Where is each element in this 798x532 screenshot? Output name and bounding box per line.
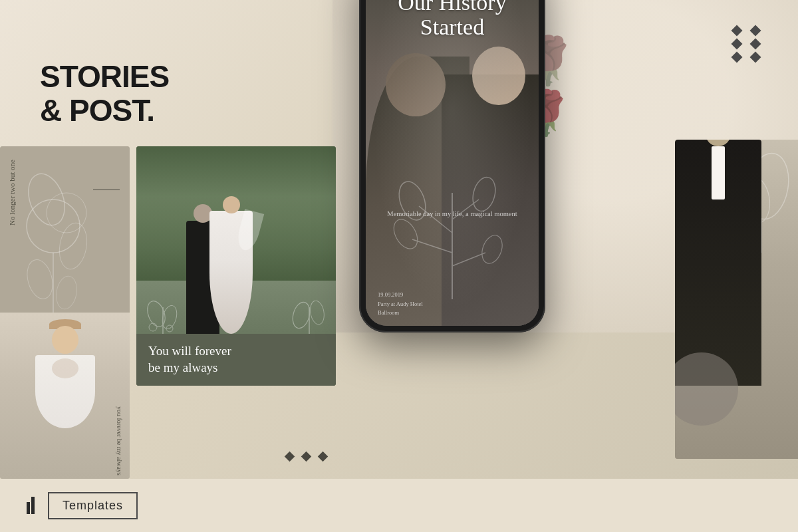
card-1-text-2: you forever be my always: [114, 406, 124, 475]
diamond-1: [732, 25, 743, 37]
diamond-3: [732, 39, 743, 50]
card-4-bg: [675, 140, 798, 459]
phone-body: Our HistoryStarted Memoriable day in my …: [359, 0, 545, 332]
diamond-mid-2: [301, 452, 312, 462]
diamond-5: [732, 52, 743, 63]
card-2: You will foreverbe my always: [136, 146, 336, 386]
card-1-bride-photo: you forever be my always: [0, 313, 130, 479]
svg-point-1: [47, 193, 86, 233]
diamond-6: [750, 52, 761, 63]
card-2-caption-text: You will foreverbe my always: [148, 343, 231, 376]
phone-subtitle: Memoriable day in my life, a magical mom…: [366, 209, 539, 219]
phone-title: Our HistoryStarted: [366, 0, 539, 40]
phone-mockup: Our HistoryStarted Memoriable day in my …: [359, 0, 545, 332]
svg-point-22: [389, 215, 422, 253]
phone-date: 19.09.2019 Party at Audy HotelBallroom: [378, 291, 423, 318]
logo-bar-short: [27, 502, 30, 514]
diamond-4: [750, 39, 761, 50]
diamonds-top-right: [733, 27, 765, 61]
card-1-line: [93, 190, 120, 190]
svg-point-0: [27, 200, 80, 253]
diamond-mid-3: [318, 452, 329, 462]
title-line2: & POST.: [40, 94, 169, 128]
svg-point-14: [309, 301, 326, 325]
floral-right-svg: [289, 301, 329, 334]
main-container: STORIES & POST. No longer two: [0, 0, 798, 532]
title-line1: STORIES: [40, 60, 169, 94]
card-2-florals: [136, 301, 336, 334]
diamonds-bottom-mid: [286, 453, 327, 460]
card-4: [675, 140, 798, 459]
diamond-mid-1: [285, 452, 295, 462]
templates-label: Templates: [63, 499, 123, 513]
phone-screen: Our HistoryStarted Memoriable day in my …: [366, 0, 539, 326]
card-4-person: [675, 140, 761, 386]
svg-point-23: [478, 233, 505, 267]
phone-floral-svg: [366, 166, 539, 299]
bottom-bar: Templates: [0, 479, 798, 532]
logo-bar-tall: [31, 497, 35, 514]
card-1-text-1: No longer two but one: [7, 160, 18, 225]
floral-left-svg: [143, 301, 183, 334]
svg-point-21: [469, 175, 499, 214]
logo: [27, 497, 35, 514]
card-1-top: No longer two but one: [0, 146, 130, 329]
templates-box: Templates: [48, 492, 138, 519]
svg-point-5: [23, 257, 57, 301]
bride-figure: [35, 319, 95, 428]
svg-point-2: [22, 169, 71, 230]
card-2-caption-box: You will foreverbe my always: [136, 334, 336, 386]
svg-line-18: [412, 239, 452, 253]
svg-line-19: [452, 253, 485, 266]
diamond-2: [750, 25, 761, 37]
title-block: STORIES & POST.: [40, 60, 169, 127]
svg-point-3: [56, 221, 90, 271]
logo-bars: [27, 497, 35, 514]
card-1-floral-svg: [0, 146, 130, 332]
card-1: No longer two but one you forever be my …: [0, 146, 130, 479]
svg-point-10: [149, 323, 157, 331]
svg-point-6: [54, 275, 79, 311]
